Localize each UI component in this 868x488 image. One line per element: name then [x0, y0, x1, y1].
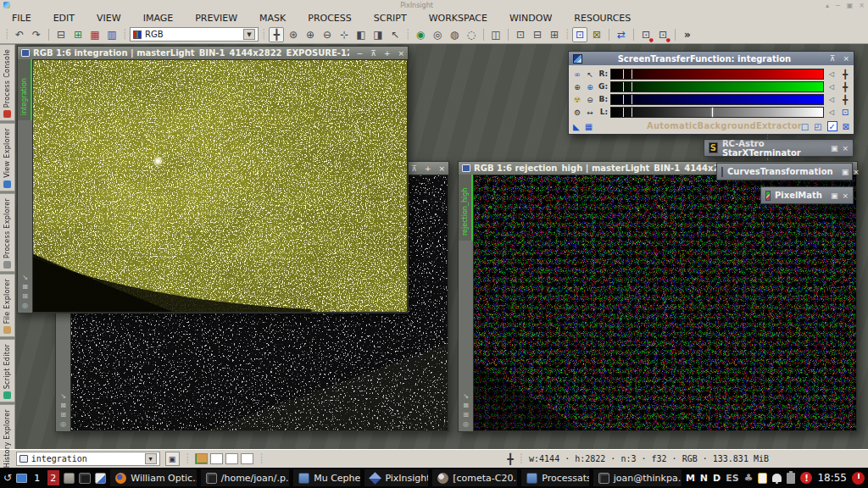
toolbar-icon[interactable]: ⊡	[638, 27, 654, 42]
toolbar-icon[interactable]	[633, 29, 634, 41]
taskbar-app-button[interactable]: [cometa-C20...	[432, 469, 517, 486]
toolbar-icon[interactable]: »	[680, 27, 695, 42]
minimize-icon[interactable]: −	[357, 49, 364, 58]
toolbar-icon[interactable]: ⊛	[286, 27, 301, 42]
toolbar-icon[interactable]: ⇄	[614, 27, 629, 42]
stf-tool-icon[interactable]: ∞	[571, 68, 583, 80]
show-desktop-icon[interactable]: ↺	[3, 472, 12, 484]
strip-tool-icon[interactable]: ⊞	[60, 411, 66, 419]
battery-icon[interactable]	[787, 473, 795, 484]
tray-app-icon[interactable]: ♣	[744, 472, 754, 484]
toolbar-icon[interactable]: ⊟	[53, 27, 69, 42]
stf-tool-icon[interactable]: ↖	[584, 68, 596, 80]
alert-tray-icon[interactable]: !	[800, 472, 812, 484]
strip-tool-icon[interactable]: ◎	[463, 420, 469, 428]
stf-dialog[interactable]: ScreenTransferFunction: integration ⊼ × …	[568, 51, 854, 135]
toolbar-icon[interactable]: ◫	[488, 27, 504, 42]
shade-icon[interactable]: ⊼	[830, 54, 836, 63]
menu-item[interactable]: MASK	[259, 13, 286, 24]
toolbar-icon[interactable]: ◨	[370, 27, 386, 42]
strip-tool-icon[interactable]: ↘	[60, 392, 66, 400]
toolbar-icon[interactable]: ┊	[121, 27, 128, 42]
stf-expand-icon[interactable]: ⊠	[843, 122, 849, 131]
channel-histogram-slider[interactable]	[610, 94, 824, 105]
stf-snapshot-icon[interactable]: ◰	[814, 122, 821, 131]
toolbar-icon[interactable]: ⊠	[589, 27, 604, 42]
workspace-swatch[interactable]	[241, 453, 253, 464]
toolbar-icon[interactable]: ▥	[104, 27, 120, 42]
rejection-image-canvas[interactable]	[473, 175, 857, 431]
taskbar-app-button[interactable]: Mu Cephei	[293, 469, 360, 486]
stf-grid-icon[interactable]: ▦	[585, 122, 593, 131]
workspace-swatch[interactable]	[210, 453, 223, 464]
workspace-swatch[interactable]	[195, 453, 208, 464]
toolbar-icon[interactable]: ⊕	[303, 27, 318, 42]
stf-apply-checkbox[interactable]: ✓	[827, 121, 837, 131]
toolbar-icon[interactable]: ◎	[430, 27, 445, 42]
toolbar-icon[interactable]: ⊡	[513, 27, 528, 42]
toolbar-icon[interactable]: ↷	[29, 27, 44, 42]
toolbar-icon[interactable]	[609, 29, 609, 41]
file-manager-launcher-icon[interactable]	[64, 473, 75, 484]
stf-tool-icon[interactable]: ⊕	[584, 80, 596, 93]
channel-adjust-icon[interactable]: ╋	[839, 69, 851, 79]
close-icon[interactable]: ×	[842, 191, 849, 200]
close-icon[interactable]: ×	[842, 144, 849, 152]
menu-item[interactable]: VIEW	[97, 13, 121, 24]
toolbar-icon[interactable]: ◧	[353, 27, 369, 42]
sidebar-tab[interactable]: File Explorer	[0, 274, 15, 337]
channel-reset-icon[interactable]: ◁	[826, 108, 837, 116]
menu-item[interactable]: WINDOW	[509, 13, 552, 24]
strip-tool-icon[interactable]: ↘	[463, 392, 469, 400]
taskbar-app-button[interactable]: PixInsight	[364, 469, 428, 486]
close-icon[interactable]: ×	[843, 54, 849, 63]
toolbar-icon[interactable]: ┊	[404, 27, 411, 42]
taskbar-app-button[interactable]: joan@thinkpa...	[593, 469, 682, 486]
menu-item[interactable]: PREVIEW	[195, 13, 237, 24]
restore-icon[interactable]: ▣	[831, 144, 838, 152]
menu-item[interactable]: EDIT	[53, 13, 75, 24]
keyboard-layout-indicator[interactable]: N	[700, 473, 708, 484]
integration-image-canvas[interactable]	[32, 59, 408, 313]
starxterminator-window[interactable]: S RC-Astro StarXTerminator ▣ ×	[704, 139, 854, 157]
strip-tool-icon[interactable]: ⊞	[463, 411, 469, 419]
toolbar-icon[interactable]: ┊	[3, 27, 10, 42]
stf-frame-icon[interactable]: □	[801, 122, 809, 131]
toolbar-icon[interactable]: ╋	[269, 27, 284, 42]
close-icon[interactable]: ×	[398, 49, 404, 58]
pixelmath-window[interactable]: PixelMath ▣ ×	[760, 186, 854, 204]
notifications-bell-icon[interactable]	[772, 474, 782, 482]
toolbar-icon[interactable]: ⊡	[655, 27, 670, 42]
pin-window-icon[interactable]: ▴	[826, 2, 829, 9]
close-icon[interactable]: ×	[853, 168, 860, 176]
toolbar-icon[interactable]	[675, 29, 676, 41]
menu-item[interactable]: RESOURCES	[574, 13, 631, 24]
power-button-icon[interactable]	[852, 472, 865, 485]
channel-adjust-icon[interactable]: ╋	[839, 82, 851, 92]
channel-histogram-slider[interactable]	[610, 107, 824, 118]
sidebar-tab[interactable]: View Explorer	[0, 123, 15, 191]
toolbar-icon[interactable]	[48, 29, 49, 41]
channel-histogram-slider[interactable]	[610, 81, 824, 92]
rgb-workspace-selector[interactable]: RGB ▼	[130, 27, 259, 42]
toolbar-icon[interactable]: ↶	[12, 27, 27, 42]
menu-item[interactable]: FILE	[12, 13, 31, 24]
new-window-button[interactable]: ▣	[165, 452, 180, 466]
minimize-window-icon[interactable]: −	[835, 2, 841, 9]
workspace-button[interactable]: 2	[47, 470, 59, 485]
toolbar-icon[interactable]: ⊞	[70, 27, 86, 42]
strip-tool-icon[interactable]: ⊞	[22, 292, 28, 300]
curves-transformation-window[interactable]: CurvesTransformation ▣ ×	[716, 163, 853, 180]
toolbar-icon[interactable]: ┊	[260, 27, 267, 42]
taskbar-app-button[interactable]: William Optic...	[110, 469, 196, 486]
stf-tool-icon[interactable]: ↔	[584, 106, 596, 119]
stf-titlebar[interactable]: ScreenTransferFunction: integration ⊼ ×	[569, 52, 854, 65]
strip-tool-icon[interactable]: ↘	[22, 274, 28, 281]
terminal-launcher-icon[interactable]	[79, 473, 90, 484]
stf-tool-icon[interactable]: ⊕	[571, 80, 583, 93]
toolbar-icon[interactable]	[508, 29, 509, 41]
keyboard-layout-indicator[interactable]: D	[713, 473, 721, 484]
toolbar-icon[interactable]: ◉	[413, 27, 428, 42]
restore-icon[interactable]: ▣	[831, 191, 838, 200]
keyboard-layout-indicator[interactable]: ES	[726, 473, 738, 484]
